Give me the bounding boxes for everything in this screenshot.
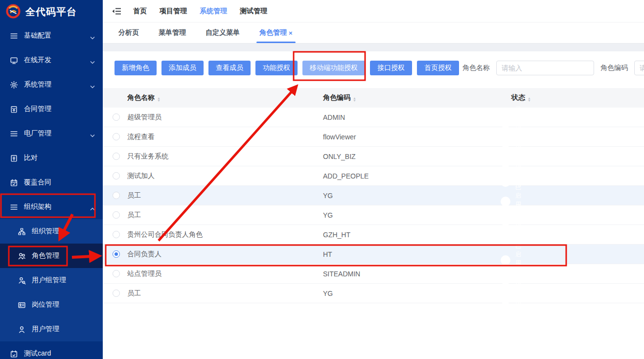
top-navbar: 首页 项目管理 系统管理 测试管理: [103, 0, 644, 22]
table-row[interactable]: 超级管理员 ADMIN 已启用: [103, 108, 644, 127]
app-logo: 全代码平台: [0, 0, 103, 23]
sidebar-submenu-org: 组织管理 角色管理 用户组管理 岗位管理 用户管理: [0, 219, 103, 341]
column-header-role-code[interactable]: 角色编码▲▼: [323, 93, 511, 102]
content-gap: [103, 44, 644, 51]
row-radio[interactable]: [113, 270, 120, 277]
nav-item-system-mgmt[interactable]: 系统管理: [200, 7, 227, 16]
nav-item-test-mgmt[interactable]: 测试管理: [240, 7, 267, 16]
role-code-cell: ADD_PEOPLE: [323, 172, 511, 180]
row-radio[interactable]: [113, 133, 120, 140]
role-name-cell: 员工: [127, 211, 323, 220]
toggle-knob: [501, 157, 510, 167]
row-radio[interactable]: [113, 211, 120, 219]
row-radio-selected[interactable]: [113, 250, 120, 258]
content-panel: 新增角色 添加成员 查看成员 功能授权 移动端功能授权 接口授权 首页授权 角色…: [103, 51, 644, 359]
sort-caret-icon[interactable]: ▲▼: [157, 97, 161, 102]
row-radio[interactable]: [113, 113, 120, 121]
table-row[interactable]: 站点管理员 SITEADMIN 已启用: [103, 264, 644, 284]
mobile-function-auth-button[interactable]: 移动端功能授权: [302, 61, 365, 75]
sitemap-icon: [18, 227, 26, 236]
role-code-cell: HT: [323, 250, 511, 258]
add-role-button[interactable]: 新增角色: [115, 61, 157, 75]
sidebar-item-plant-mgmt[interactable]: 电厂管理: [0, 121, 103, 146]
compare-icon: [10, 154, 18, 162]
idcard-icon: [18, 301, 26, 309]
role-name-cell: 流程查看: [127, 133, 323, 141]
sidebar-item-label: 电厂管理: [24, 129, 51, 138]
role-code-cell: SITEADMIN: [323, 270, 511, 278]
sidebar-item-org-structure[interactable]: 组织架构: [0, 195, 103, 219]
tab-role-mgmt[interactable]: 角色管理 ×: [250, 22, 302, 43]
sidebar-item-label: 组织管理: [32, 227, 59, 236]
row-radio[interactable]: [113, 172, 120, 180]
add-member-button[interactable]: 添加成员: [161, 61, 204, 75]
main-area: 首页 项目管理 系统管理 测试管理 分析页 菜单管理 自定义菜单 角色管理 × …: [103, 0, 644, 359]
row-radio[interactable]: [113, 192, 120, 199]
api-auth-button[interactable]: 接口授权: [370, 61, 412, 75]
role-code-cell: YG: [323, 211, 511, 219]
role-code-cell: YG: [323, 290, 511, 297]
row-radio[interactable]: [113, 231, 120, 238]
sidebar-item-online-dev[interactable]: 在线开发: [0, 48, 103, 72]
role-code-cell: YG: [323, 192, 511, 200]
sidebar-item-post-mgmt[interactable]: 岗位管理: [0, 292, 103, 317]
role-name-cell: 员工: [127, 191, 323, 200]
role-name-cell: 合同负责人: [127, 250, 323, 259]
calendar-icon: [10, 350, 18, 358]
table-row[interactable]: 流程查看 flowViewer 已启用: [103, 127, 644, 147]
sidebar-item-user-mgmt[interactable]: 用户管理: [0, 317, 103, 341]
column-header-role-name[interactable]: 角色名称▲▼: [127, 93, 323, 102]
function-auth-button[interactable]: 功能授权: [255, 61, 298, 75]
row-radio[interactable]: [113, 290, 120, 297]
table-row-selected[interactable]: 合同负责人 HT 已启用: [103, 245, 644, 264]
table-row[interactable]: 测试加人 ADD_PEOPLE 已启用: [103, 166, 644, 186]
sidebar-item-base-config[interactable]: 基础配置: [0, 23, 103, 48]
column-header-status[interactable]: 状态▲▼: [511, 93, 644, 102]
sidebar-item-org-mgmt[interactable]: 组织管理: [0, 219, 103, 244]
homepage-auth-button[interactable]: 首页授权: [417, 61, 459, 75]
role-code-cell: flowViewer: [323, 133, 511, 141]
nav-item-project-mgmt[interactable]: 项目管理: [160, 7, 187, 16]
sidebar-item-system-mgmt[interactable]: 系统管理: [0, 72, 103, 97]
menu-fold-icon[interactable]: [112, 6, 121, 16]
sidebar-item-cover-contract[interactable]: 覆盖合同: [0, 170, 103, 195]
tab-custom-menu[interactable]: 自定义菜单: [196, 22, 250, 43]
logo-swirl-icon: [6, 4, 21, 20]
table-row[interactable]: 员工 YG 已启用: [103, 205, 644, 225]
role-name-input[interactable]: [496, 61, 594, 75]
toggle-knob: [501, 118, 510, 128]
close-icon[interactable]: ×: [289, 29, 293, 37]
sidebar-item-label: 组织架构: [24, 202, 51, 211]
list-icon: [10, 130, 18, 138]
sidebar-item-label: 覆盖合同: [24, 178, 51, 187]
nav-item-home[interactable]: 首页: [133, 7, 147, 16]
sidebar-item-label: 用户管理: [32, 325, 59, 334]
sidebar-item-compare[interactable]: 比对: [0, 146, 103, 170]
table-row[interactable]: 员工 YG 已启用: [103, 284, 644, 303]
toggle-knob: [501, 255, 510, 265]
tab-menu-mgmt[interactable]: 菜单管理: [149, 22, 196, 43]
chevron-up-icon: [90, 204, 95, 212]
sidebar-item-user-group-mgmt[interactable]: 用户组管理: [0, 268, 103, 292]
tab-bar: 分析页 菜单管理 自定义菜单 角色管理 ×: [103, 22, 644, 44]
table-row[interactable]: 贵州公司合同负责人角色 GZH_HT 已启用: [103, 225, 644, 245]
row-radio[interactable]: [113, 153, 120, 160]
role-code-input[interactable]: [634, 61, 644, 75]
toggle-knob: [501, 294, 510, 304]
tab-analysis[interactable]: 分析页: [109, 22, 149, 43]
table-row[interactable]: 员工 YG 已启用: [103, 186, 644, 205]
table-row[interactable]: 只有业务系统 ONLY_BIZ 已启用: [103, 147, 644, 166]
sort-caret-icon[interactable]: ▲▼: [528, 97, 531, 102]
role-name-filter-label: 角色名称: [462, 64, 490, 72]
sort-caret-icon[interactable]: ▲▼: [353, 97, 356, 102]
toggle-knob: [501, 216, 510, 226]
role-code-cell: GZH_HT: [323, 231, 511, 239]
sidebar-item-contract-mgmt[interactable]: 合同管理: [0, 97, 103, 121]
filter-bar: 角色名称 角色编码: [462, 61, 644, 75]
sidebar-item-role-mgmt[interactable]: 角色管理: [0, 244, 103, 268]
sidebar-item-test-card[interactable]: 测试card: [0, 341, 103, 359]
view-members-button[interactable]: 查看成员: [208, 61, 251, 75]
monitor-icon: [10, 56, 18, 65]
list-icon: [10, 32, 18, 40]
table-header-row: 角色名称▲▼ 角色编码▲▼ 状态▲▼: [103, 88, 644, 108]
